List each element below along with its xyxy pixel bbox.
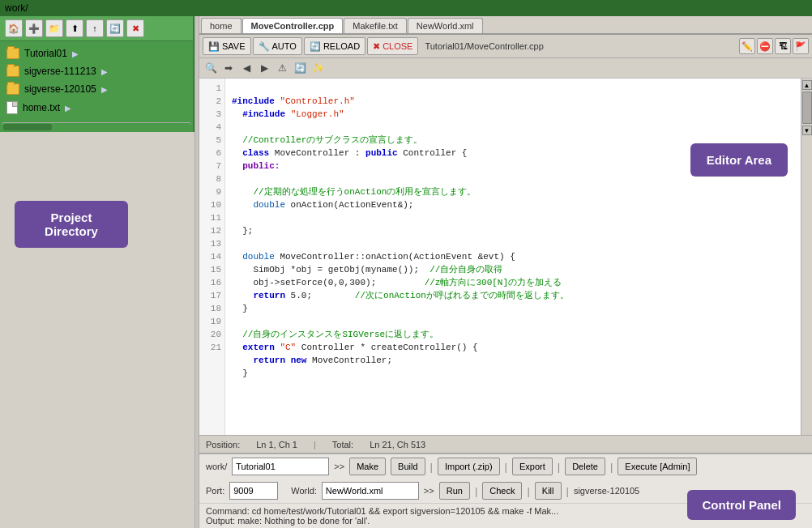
tab-movecontroller[interactable]: MoveController.cpp [242,18,344,33]
sidebar-item-tutorial01[interactable]: Tutorial01 ▶ [0,45,193,62]
editor-section: home MoveController.cpp Makefile.txt New… [199,16,812,528]
check-button[interactable]: Check [482,482,522,500]
edit-icon[interactable]: ✏️ [739,38,755,54]
sidebar-delete-btn[interactable]: ✖ [126,19,144,37]
port-label: Port: [206,486,224,496]
stop-icon[interactable]: ⛔ [757,38,773,54]
flag-icon[interactable]: 🚩 [793,38,809,54]
tab-makefile[interactable]: Makefile.txt [344,18,407,33]
ctrl-sep3: | [558,461,560,473]
control-panel-annotation: Control Panel [687,490,796,520]
toolbar-path: Tutorial01/MoveController.cpp [420,40,737,53]
sidebar-up2-btn[interactable]: ↑ [86,19,104,37]
folder-icon [6,48,19,59]
code-area: 1 2 3 4 5 6 7 8 9 10 11 12 13 14 15 16 1… [199,79,812,435]
tab-home[interactable]: home [201,18,241,33]
sidebar-item-label: home.txt [23,102,60,113]
auto-button[interactable]: 🔧 AUTO [253,37,302,55]
editor-toolbar: 💾 SAVE 🔧 AUTO 🔄 RELOAD ✖ CLOSE Tutorial0… [199,35,812,58]
tabs-bar: home MoveController.cpp Makefile.txt New… [199,16,812,35]
sidebar-add-btn[interactable]: ➕ [25,19,43,37]
sidebar-item-sigverse120105[interactable]: sigverse-120105 ▶ [0,80,193,98]
project-directory-annotation: Project Directory [15,201,128,248]
forward-icon[interactable]: ▶ [256,60,272,76]
ctrl-sep4: | [610,461,613,473]
sidebar-item-label: sigverse-111213 [24,66,96,77]
folder-icon [6,66,19,77]
arrows-icon: >> [334,462,344,471]
reload-button[interactable]: 🔄 RELOAD [304,37,365,55]
sidebar-item-label: Tutorial01 [24,48,67,59]
kill-button[interactable]: Kill [535,482,562,500]
vertical-scrollbar[interactable]: ▲ ▼ [801,79,812,435]
world-label: World: [291,486,317,496]
top-bar-title: work/ [5,2,28,14]
total-value: Ln 21, Ch 513 [370,440,425,449]
build-button[interactable]: Build [391,458,425,475]
ctrl-sep6: | [527,485,529,497]
position-label: Position: [206,440,240,449]
sidebar-item-sigverse111213[interactable]: sigverse-111213 ▶ [0,62,193,80]
clear-icon[interactable]: ✨ [310,60,326,76]
sidebar-up-btn[interactable]: ⬆ [66,19,83,37]
close-x-icon: ✖ [373,41,380,52]
status-bar: Position: Ln 1, Ch 1 | Total: Ln 21, Ch … [199,435,812,453]
export-button[interactable]: Export [512,458,553,475]
execute-button[interactable]: Execute [Admin] [618,458,697,475]
search-icon[interactable]: 🔍 [203,60,219,76]
world-input[interactable] [322,482,419,500]
reload-icon: 🔄 [310,41,321,52]
sidebar-arrow-icon: ▶ [72,49,79,58]
file-icon [6,101,18,114]
status-sep: | [314,440,316,449]
control-panel: work/ >> Make Build | Import (.zip) | Ex… [199,453,812,528]
sidebar-home-btn[interactable]: 🏠 [5,19,23,37]
port-input[interactable] [229,482,278,500]
build2-icon[interactable]: 🏗 [775,38,791,54]
sidebar-toolbar: 🏠 ➕ 📁 ⬆ ↑ 🔄 ✖ [0,16,193,41]
auto-icon: 🔧 [259,41,270,52]
code-content[interactable]: #include "Controller.h" #include "Logger… [225,79,801,435]
ctrl-sep1: | [430,461,433,473]
control-row1: work/ >> Make Build | Import (.zip) | Ex… [199,454,812,479]
ctrl-sep5: | [475,485,477,497]
arrows2-icon: >> [424,486,434,496]
sidebar-arrow-icon: ▶ [101,85,108,94]
scroll-down-arrow[interactable]: ▼ [802,126,812,135]
scroll-thumb[interactable] [802,92,812,124]
ctrl-sep7: | [566,485,569,497]
back-icon[interactable]: ◀ [238,60,254,76]
run-button[interactable]: Run [439,482,470,500]
work-prefix: work/ [206,462,227,471]
position-value: Ln 1, Ch 1 [256,440,297,449]
close-button[interactable]: ✖ CLOSE [367,37,418,55]
tab-newworld[interactable]: NewWorld.xml [408,18,483,33]
scroll-up-arrow[interactable]: ▲ [802,80,812,90]
save-button[interactable]: 💾 SAVE [203,37,251,55]
sidebar: 🏠 ➕ 📁 ⬆ ↑ 🔄 ✖ Tutorial01 ▶ sigverse-1112… [0,16,194,132]
sidebar-refresh-btn[interactable]: 🔄 [106,19,124,37]
import-button[interactable]: Import (.zip) [438,458,500,475]
sidebar-item-label: sigverse-120105 [24,83,96,95]
toolbar-icons-right: ✏️ ⛔ 🏗 🚩 [739,38,809,54]
delete-button[interactable]: Delete [565,458,605,475]
folder-icon [6,83,19,95]
top-bar: work/ [0,0,812,16]
sidebar-items: Tutorial01 ▶ sigverse-111213 ▶ sigverse-… [0,41,193,121]
line-numbers: 1 2 3 4 5 6 7 8 9 10 11 12 13 14 15 16 1… [199,79,225,435]
editor-area-annotation: Editor Area [690,143,788,177]
project-input[interactable] [232,458,329,475]
sidebar-hscroll[interactable] [2,122,191,130]
sidebar-arrow-icon: ▶ [101,67,108,76]
make-button[interactable]: Make [349,458,386,475]
editor-toolbar2: 🔍 ➡ ◀ ▶ ⚠ 🔄 ✨ [199,58,812,79]
sidebar-folder-btn[interactable]: 📁 [45,19,63,37]
warning-icon[interactable]: ⚠ [274,60,290,76]
refresh2-icon[interactable]: 🔄 [292,60,308,76]
ctrl-sep2: | [505,461,507,473]
total-label: Total: [332,440,353,449]
sigverse-label: sigverse-120105 [574,486,639,496]
sidebar-arrow-icon: ▶ [65,104,71,113]
sidebar-item-hometxt[interactable]: home.txt ▶ [0,98,193,117]
arrow-right-icon[interactable]: ➡ [220,60,237,76]
